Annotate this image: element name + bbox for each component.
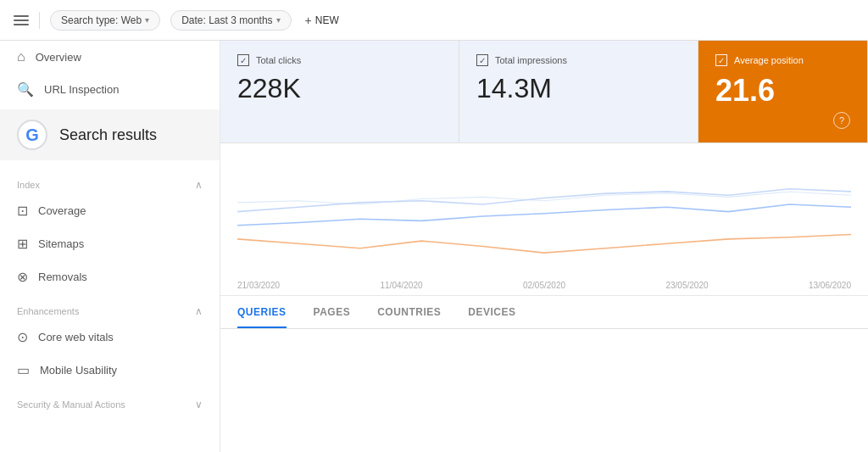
tab-countries[interactable]: COUNTRIES bbox=[377, 296, 441, 328]
sidebar-item-overview[interactable]: ⌂ Overview bbox=[0, 41, 213, 73]
main-layout: ⌂ Overview 🔍 URL Inspection G Search res… bbox=[0, 41, 868, 452]
expand-icon[interactable]: ∨ bbox=[195, 399, 203, 410]
sidebar-item-label: Removals bbox=[38, 271, 87, 283]
sidebar-item-core-web-vitals[interactable]: ⊙ Core web vitals bbox=[0, 321, 213, 354]
stat-card-footer: ? bbox=[715, 109, 850, 129]
security-section: Security & Manual Actions ∨ bbox=[0, 390, 220, 414]
index-section: Index ∧ bbox=[0, 170, 220, 194]
stat-label: Average position bbox=[734, 55, 804, 65]
removals-icon: ⊗ bbox=[17, 269, 28, 285]
collapse-icon[interactable]: ∧ bbox=[195, 179, 203, 191]
date-label: 11/04/2020 bbox=[380, 281, 422, 290]
home-icon: ⌂ bbox=[17, 49, 25, 64]
new-button[interactable]: + NEW bbox=[305, 14, 339, 27]
date-labels: 21/03/2020 11/04/2020 02/05/2020 23/05/2… bbox=[237, 281, 851, 290]
sidebar: ⌂ Overview 🔍 URL Inspection G Search res… bbox=[0, 41, 220, 452]
vitals-icon: ⊙ bbox=[17, 329, 28, 345]
sidebar-item-coverage[interactable]: ⊡ Coverage bbox=[0, 194, 213, 227]
sidebar-item-mobile-usability[interactable]: ▭ Mobile Usability bbox=[0, 354, 213, 387]
chart-area: 21/03/2020 11/04/2020 02/05/2020 23/05/2… bbox=[220, 143, 868, 296]
sidebar-item-removals[interactable]: ⊗ Removals bbox=[0, 260, 213, 293]
sidebar-item-label: Coverage bbox=[38, 204, 86, 217]
checkbox-icon: ✓ bbox=[476, 54, 488, 66]
help-icon[interactable]: ? bbox=[833, 112, 850, 129]
date-label: 23/05/2020 bbox=[665, 281, 708, 290]
stat-card-header: ✓ Total impressions bbox=[476, 54, 681, 66]
sitemaps-icon: ⊞ bbox=[17, 236, 28, 252]
date-label: 21/03/2020 bbox=[237, 281, 280, 290]
filter-label: Date: Last 3 months bbox=[181, 14, 272, 26]
tab-pages[interactable]: PAGES bbox=[314, 296, 351, 328]
hamburger-icon[interactable] bbox=[14, 15, 29, 25]
checkbox-icon: ✓ bbox=[237, 54, 249, 66]
filter-label: Search type: Web bbox=[61, 14, 142, 26]
stat-value: 21.6 bbox=[715, 73, 850, 109]
stat-label: Total clicks bbox=[256, 55, 301, 65]
search-results-label: Search results bbox=[59, 126, 157, 144]
sidebar-item-label: URL Inspection bbox=[44, 83, 119, 96]
total-clicks-card: ✓ Total clicks 228K bbox=[220, 41, 459, 142]
chevron-down-icon: ▾ bbox=[276, 15, 281, 25]
chevron-down-icon: ▾ bbox=[145, 15, 149, 25]
tab-devices[interactable]: DEVICES bbox=[468, 296, 515, 328]
sidebar-item-search-results[interactable]: G Search results bbox=[0, 109, 220, 160]
search-icon: 🔍 bbox=[17, 81, 34, 98]
stat-card-header: ✓ Total clicks bbox=[237, 54, 442, 66]
sidebar-item-sitemaps[interactable]: ⊞ Sitemaps bbox=[0, 227, 213, 260]
coverage-icon: ⊡ bbox=[17, 203, 28, 219]
enhancements-section: Enhancements ∧ bbox=[0, 297, 220, 321]
checkbox-icon: ✓ bbox=[715, 54, 727, 66]
total-impressions-card: ✓ Total impressions 14.3M bbox=[459, 41, 698, 142]
performance-chart bbox=[237, 157, 851, 276]
sidebar-item-label: Mobile Usability bbox=[40, 364, 117, 377]
mobile-icon: ▭ bbox=[17, 362, 30, 378]
divider bbox=[39, 12, 40, 29]
sidebar-item-url-inspection[interactable]: 🔍 URL Inspection bbox=[0, 73, 213, 106]
top-bar: Search type: Web ▾ Date: Last 3 months ▾… bbox=[0, 0, 868, 41]
date-label: 13/06/2020 bbox=[809, 281, 851, 290]
search-type-filter[interactable]: Search type: Web ▾ bbox=[50, 10, 160, 31]
sidebar-item-label: Core web vitals bbox=[38, 331, 114, 343]
plus-icon: + bbox=[305, 14, 312, 27]
tab-queries[interactable]: QUERIES bbox=[237, 296, 287, 328]
stat-card-header: ✓ Average position bbox=[715, 54, 850, 66]
date-label: 02/05/2020 bbox=[523, 281, 565, 290]
stats-row: ✓ Total clicks 228K ✓ Total impressions … bbox=[220, 41, 868, 143]
avg-position-card: ✓ Average position 21.6 ? bbox=[698, 41, 868, 142]
tabs-row: QUERIES PAGES COUNTRIES DEVICES bbox=[220, 296, 868, 329]
sidebar-item-label: Sitemaps bbox=[38, 237, 84, 250]
stat-value: 228K bbox=[237, 73, 442, 104]
collapse-icon[interactable]: ∧ bbox=[195, 305, 203, 317]
stat-value: 14.3M bbox=[476, 73, 681, 104]
new-label: NEW bbox=[315, 14, 339, 26]
stat-label: Total impressions bbox=[495, 55, 567, 65]
date-filter[interactable]: Date: Last 3 months ▾ bbox=[170, 10, 291, 31]
main-content: ✓ Total clicks 228K ✓ Total impressions … bbox=[220, 41, 868, 452]
sidebar-item-label: Overview bbox=[36, 51, 81, 64]
google-logo: G bbox=[17, 120, 47, 150]
